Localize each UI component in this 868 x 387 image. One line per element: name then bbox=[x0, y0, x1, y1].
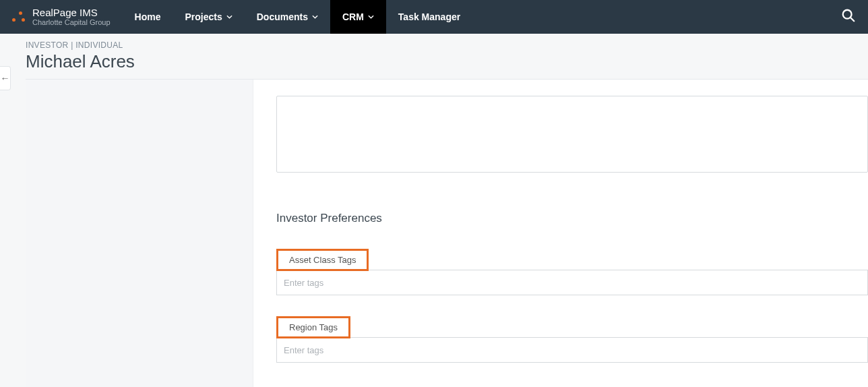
page-body: INVESTOR | INDIVIDUAL Michael Acres Inve… bbox=[0, 40, 868, 387]
breadcrumb: INVESTOR | INDIVIDUAL bbox=[26, 40, 868, 50]
nav-task-manager[interactable]: Task Manager bbox=[386, 0, 472, 34]
chevron-down-icon bbox=[368, 15, 374, 19]
nav-projects[interactable]: Projects bbox=[173, 0, 244, 34]
main-panel: Investor Preferences Asset Class Tags Re… bbox=[253, 80, 868, 387]
svg-line-1 bbox=[850, 18, 854, 21]
page-title: Michael Acres bbox=[26, 51, 868, 72]
nav-task-manager-label: Task Manager bbox=[398, 11, 460, 22]
back-button[interactable]: ← bbox=[0, 66, 11, 90]
nav-projects-label: Projects bbox=[185, 11, 222, 22]
asset-class-label: Asset Class Tags bbox=[289, 255, 356, 265]
brand-title: RealPage IMS bbox=[32, 7, 111, 19]
asset-class-label-highlight: Asset Class Tags bbox=[276, 249, 369, 271]
region-label-highlight: Region Tags bbox=[276, 316, 350, 338]
nav-crm[interactable]: CRM bbox=[330, 0, 386, 34]
nav-documents-label: Documents bbox=[257, 11, 308, 22]
region-field: Region Tags bbox=[276, 316, 868, 363]
nav-crm-label: CRM bbox=[342, 11, 364, 22]
region-label: Region Tags bbox=[289, 322, 338, 332]
asset-class-tags-input[interactable] bbox=[276, 270, 868, 295]
section-heading: Investor Preferences bbox=[276, 212, 868, 225]
chevron-down-icon bbox=[312, 15, 318, 19]
search-icon[interactable] bbox=[841, 8, 856, 26]
asset-class-field: Asset Class Tags bbox=[276, 248, 868, 295]
content-area: Investor Preferences Asset Class Tags Re… bbox=[26, 80, 868, 387]
app-header: RealPage IMS Charlotte Capital Group Hom… bbox=[0, 0, 868, 34]
region-tags-input[interactable] bbox=[276, 337, 868, 363]
arrow-left-icon: ← bbox=[1, 73, 10, 84]
main-nav: Home Projects Documents CRM Task Manager bbox=[123, 0, 473, 34]
chevron-down-icon bbox=[226, 15, 232, 19]
brand-subtitle: Charlotte Capital Group bbox=[32, 18, 111, 26]
nav-home-label: Home bbox=[135, 11, 161, 22]
brand-block: RealPage IMS Charlotte Capital Group bbox=[32, 7, 111, 27]
nav-home[interactable]: Home bbox=[123, 0, 173, 34]
nav-documents[interactable]: Documents bbox=[245, 0, 330, 34]
side-panel bbox=[26, 80, 253, 387]
notes-textarea[interactable] bbox=[276, 96, 868, 173]
logo-icon bbox=[9, 7, 28, 26]
